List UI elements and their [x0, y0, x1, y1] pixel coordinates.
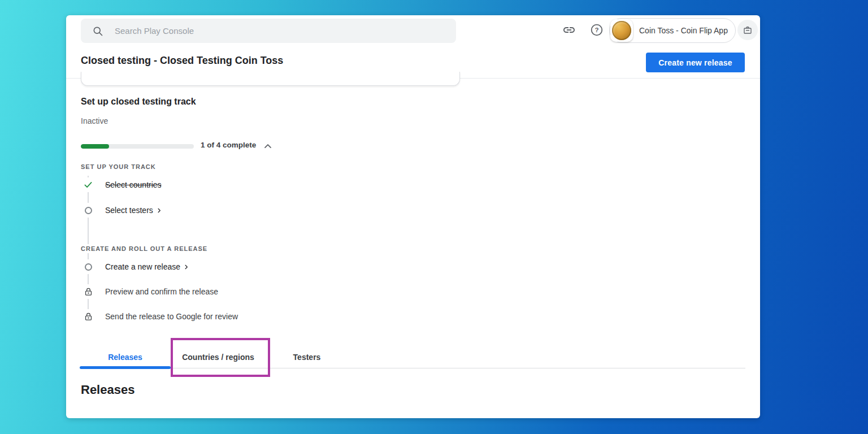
- chevron-right-icon: [156, 207, 162, 214]
- svg-text:?: ?: [594, 27, 598, 33]
- checklist-item-select-testers: Select testers: [81, 203, 162, 218]
- link-button[interactable]: [560, 21, 578, 39]
- main-window: ? Coin Toss - Coin Flip App Closed testi…: [66, 15, 760, 418]
- checklist-label: Send the release to Google for review: [105, 312, 238, 321]
- releases-section-heading: Releases: [81, 383, 134, 397]
- collapse-checklist-button[interactable]: [261, 139, 275, 154]
- checklist-link[interactable]: Select testers: [105, 206, 162, 215]
- section-heading-setup-track: SET UP YOUR TRACK: [81, 162, 156, 171]
- tab-countries-regions[interactable]: Countries / regions: [171, 346, 266, 368]
- briefcase-icon: [743, 25, 753, 35]
- track-status: Inactive: [81, 116, 108, 125]
- empty-circle-icon: [81, 203, 96, 218]
- check-icon: [81, 177, 96, 192]
- search-input[interactable]: [114, 25, 421, 36]
- checklist-item-select-countries: Select countries: [81, 177, 162, 192]
- section-heading-create-release: CREATE AND ROLL OUT A RELEASE: [81, 244, 207, 253]
- checklist-item-create-release: Create a new release: [81, 259, 189, 274]
- tab-bar: Releases Countries / regions Testers: [80, 346, 348, 368]
- checklist-item-send-review: Send the release to Google for review: [81, 309, 238, 324]
- progress-label: 1 of 4 complete: [201, 141, 256, 149]
- app-avatar: [610, 19, 633, 42]
- app-switcher-label: Coin Toss - Coin Flip App: [639, 26, 728, 35]
- checklist-link[interactable]: Create a new release: [105, 262, 189, 271]
- chevron-right-icon: [183, 264, 189, 270]
- app-switcher[interactable]: Coin Toss - Coin Flip App: [609, 18, 736, 43]
- setup-track-title: Set up closed testing track: [81, 97, 196, 107]
- lock-icon: [81, 284, 96, 299]
- tab-releases[interactable]: Releases: [80, 346, 171, 368]
- active-tab-underline: [80, 366, 171, 369]
- checklist-item-preview-release: Preview and confirm the release: [81, 284, 218, 299]
- progress-bar: [81, 144, 194, 149]
- chevron-up-icon: [262, 141, 274, 152]
- help-button[interactable]: ?: [588, 21, 606, 39]
- checklist-link[interactable]: Select countries: [105, 180, 162, 189]
- help-icon: ?: [590, 23, 604, 37]
- search-bar[interactable]: [81, 19, 456, 43]
- empty-circle-icon: [81, 259, 96, 274]
- tab-testers[interactable]: Testers: [266, 346, 348, 368]
- page-title: Closed testing - Closed Testing Coin Tos…: [81, 55, 283, 67]
- inbox-button[interactable]: [737, 20, 758, 40]
- scrolled-card-bottom-edge: [81, 72, 460, 86]
- lock-icon: [81, 309, 96, 324]
- search-icon: [92, 25, 103, 37]
- checklist-label: Preview and confirm the release: [105, 287, 218, 296]
- create-new-release-button[interactable]: Create new release: [646, 53, 745, 72]
- progress-fill: [81, 144, 109, 149]
- coin-avatar-icon: [612, 21, 631, 40]
- link-icon: [562, 23, 576, 37]
